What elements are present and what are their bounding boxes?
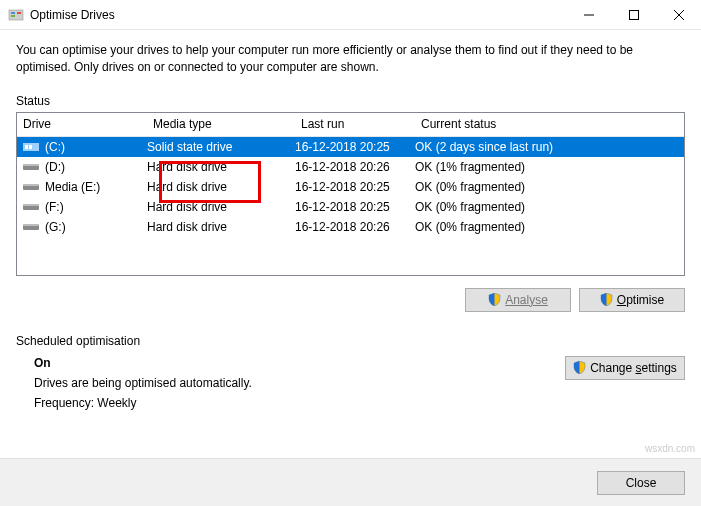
svg-rect-16 [23,204,39,206]
svg-rect-9 [25,145,28,149]
drive-media: Hard disk drive [147,200,295,214]
drive-name: (C:) [45,140,147,154]
drive-icon [23,201,39,213]
close-dialog-button[interactable]: Close [597,471,685,495]
change-settings-label: Change settings [590,361,677,375]
optimise-button[interactable]: Optimise [579,288,685,312]
footer: Close [0,458,701,506]
optimise-label: Optimise [617,293,664,307]
drive-status: OK (2 days since last run) [415,140,684,154]
drive-icon [23,181,39,193]
drive-status: OK (0% fragmented) [415,200,684,214]
drive-last-run: 16-12-2018 20:25 [295,200,415,214]
scheduled-line2: Frequency: Weekly [34,396,565,410]
col-media[interactable]: Media type [147,117,295,131]
drive-last-run: 16-12-2018 20:26 [295,160,415,174]
drive-status: OK (1% fragmented) [415,160,684,174]
scheduled-line1: Drives are being optimised automatically… [34,376,565,390]
description-text: You can optimise your drives to help you… [16,42,685,76]
drive-status: OK (0% fragmented) [415,180,684,194]
table-row[interactable]: (G:)Hard disk drive16-12-2018 20:26OK (0… [17,217,684,237]
scheduled-state: On [34,356,565,370]
col-drive[interactable]: Drive [17,117,147,131]
shield-icon [488,293,501,306]
drive-last-run: 16-12-2018 20:25 [295,180,415,194]
drive-media: Hard disk drive [147,160,295,174]
analyse-label: Analyse [505,293,548,307]
analyse-button[interactable]: Analyse [465,288,571,312]
svg-rect-10 [29,145,32,149]
drive-last-run: 16-12-2018 20:26 [295,220,415,234]
drive-name: (F:) [45,200,147,214]
drive-name: Media (E:) [45,180,147,194]
table-row[interactable]: (F:)Hard disk drive16-12-2018 20:25OK (0… [17,197,684,217]
drive-last-run: 16-12-2018 20:25 [295,140,415,154]
table-row[interactable]: (C:)Solid state drive16-12-2018 20:25OK … [17,137,684,157]
watermark: wsxdn.com [645,443,695,454]
window-title: Optimise Drives [30,8,566,22]
drive-media: Hard disk drive [147,220,295,234]
table-row[interactable]: (D:)Hard disk drive16-12-2018 20:26OK (1… [17,157,684,177]
drive-icon [23,161,39,173]
svg-rect-3 [17,12,21,14]
scheduled-label: Scheduled optimisation [16,334,685,348]
titlebar: Optimise Drives [0,0,701,30]
drive-status: OK (0% fragmented) [415,220,684,234]
change-settings-button[interactable]: Change settings [565,356,685,380]
col-last[interactable]: Last run [295,117,415,131]
drive-media: Hard disk drive [147,180,295,194]
drive-name: (D:) [45,160,147,174]
drives-table: Drive Media type Last run Current status… [16,112,685,276]
table-header: Drive Media type Last run Current status [17,113,684,137]
maximize-button[interactable] [611,0,656,30]
col-status[interactable]: Current status [415,117,684,131]
svg-rect-1 [11,12,15,14]
table-row[interactable]: Media (E:)Hard disk drive16-12-2018 20:2… [17,177,684,197]
drive-icon [23,141,39,153]
drive-name: (G:) [45,220,147,234]
minimize-button[interactable] [566,0,611,30]
svg-rect-5 [629,10,638,19]
drive-media: Solid state drive [147,140,295,154]
drive-icon [23,221,39,233]
shield-icon [600,293,613,306]
status-label: Status [16,94,685,108]
svg-rect-14 [23,184,39,186]
svg-rect-2 [11,15,15,17]
svg-rect-18 [23,224,39,226]
app-icon [8,7,24,23]
close-button[interactable] [656,0,701,30]
svg-rect-12 [23,164,39,166]
shield-icon [573,361,586,374]
